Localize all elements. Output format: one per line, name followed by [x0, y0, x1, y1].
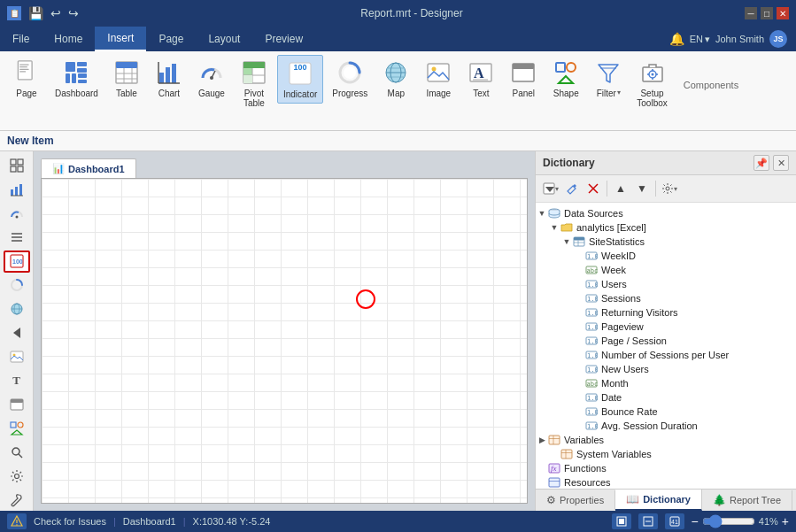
minimize-button[interactable]: ─: [745, 7, 757, 19]
tree-item[interactable]: 1.0 Sessions: [536, 291, 796, 305]
dict-down-button[interactable]: ▼: [632, 179, 652, 198]
ribbon-item-filter[interactable]: Filter ▾: [589, 55, 628, 102]
sidebar-btn-shape[interactable]: [4, 417, 30, 439]
tab-properties[interactable]: ⚙ Properties: [536, 490, 615, 510]
dict-edit-button[interactable]: [562, 179, 582, 198]
menu-file[interactable]: File: [0, 27, 42, 51]
tree-item[interactable]: ▼ analytics [Excel]: [536, 220, 796, 235]
ribbon-item-page[interactable]: Page: [7, 55, 46, 102]
tree-item[interactable]: ▶ Variables: [536, 433, 796, 447]
tree-item[interactable]: 1.0 Date: [536, 390, 796, 405]
menu-preview[interactable]: Preview: [252, 27, 315, 51]
check-issues-button[interactable]: [7, 513, 27, 529]
tree-item[interactable]: 1.0 Returning Visitors: [536, 305, 796, 320]
sidebar-btn-grid[interactable]: [4, 155, 30, 177]
sidebar-btn-search[interactable]: [4, 441, 30, 463]
save-btn[interactable]: 💾: [28, 6, 43, 20]
tree-item[interactable]: abc Month: [536, 376, 796, 390]
statusbar-btn1[interactable]: [612, 513, 631, 529]
tree-item[interactable]: 1.0 Number of Sessions per User: [536, 348, 796, 362]
ribbon-item-table[interactable]: Table: [107, 55, 146, 102]
svg-text:abc: abc: [587, 381, 599, 388]
svg-rect-57: [18, 166, 23, 172]
sidebar-btn-wrench[interactable]: [4, 489, 30, 511]
zoom-slider[interactable]: [702, 514, 755, 528]
lang-selector[interactable]: EN ▾: [690, 34, 710, 45]
ribbon-item-indicator[interactable]: 100 Indicator: [277, 55, 323, 104]
table-label: Table: [116, 89, 137, 98]
panel-pin-button[interactable]: 📌: [753, 155, 769, 171]
ribbon-item-progress[interactable]: Progress: [327, 55, 373, 102]
menu-page[interactable]: Page: [146, 27, 196, 51]
dictionary-tab-label: Dictionary: [643, 494, 691, 505]
ribbon-item-chart[interactable]: Chart: [150, 55, 189, 102]
restore-button[interactable]: □: [761, 7, 773, 19]
tree-item[interactable]: ▼ SiteStatistics: [536, 235, 796, 249]
sidebar-btn-chart[interactable]: [4, 179, 30, 201]
sidebar-btn-gauge[interactable]: [4, 203, 30, 225]
tab-dashboard1[interactable]: 📊 Dashboard1: [41, 158, 136, 178]
tree-item[interactable]: System Variables: [536, 447, 796, 461]
sidebar-btn-text[interactable]: T: [4, 369, 30, 391]
menu-insert[interactable]: Insert: [95, 27, 146, 51]
panel-close-button[interactable]: ✕: [773, 155, 789, 171]
window-title: Report.mrt - Designer: [79, 7, 745, 19]
sidebar-btn-image[interactable]: [4, 346, 30, 368]
svg-text:fx: fx: [551, 464, 557, 473]
svg-text:41: 41: [671, 519, 678, 525]
sidebar-btn-indicator[interactable]: 100: [4, 251, 30, 273]
ribbon-item-map[interactable]: Map: [376, 55, 415, 102]
dict-delete-button[interactable]: [583, 179, 603, 198]
filter-dropdown-icon[interactable]: ▾: [617, 89, 621, 96]
sidebar-btn-list[interactable]: [4, 227, 30, 249]
redo-btn[interactable]: ↪: [68, 6, 79, 20]
tab-icon: 📊: [52, 163, 65, 174]
canvas-wrapper[interactable]: [41, 178, 528, 504]
bell-icon[interactable]: 🔔: [669, 32, 684, 46]
dict-add-button[interactable]: ▾: [541, 179, 560, 198]
tree-item[interactable]: 1.0 Pageview: [536, 320, 796, 334]
indicator-label: Indicator: [283, 89, 317, 99]
statusbar-btn3[interactable]: 41: [665, 513, 684, 529]
menu-home[interactable]: Home: [42, 27, 95, 51]
zoom-plus-button[interactable]: +: [782, 514, 789, 528]
close-button[interactable]: ✕: [777, 7, 789, 19]
tree-item[interactable]: 1.0 Page / Session: [536, 334, 796, 348]
tree-item[interactable]: 1.0 Users: [536, 277, 796, 291]
sidebar-btn-progress[interactable]: [4, 274, 30, 297]
ribbon-item-setup-toolbox[interactable]: Setup Toolbox: [631, 55, 672, 112]
ribbon-item-shape[interactable]: Shape: [546, 55, 585, 102]
tree-item[interactable]: 1.0 Bounce Rate: [536, 405, 796, 419]
dict-settings-button[interactable]: ▾: [660, 179, 679, 198]
statusbar-btn2[interactable]: [638, 513, 658, 529]
sidebar-btn-panel[interactable]: [4, 393, 30, 415]
sidebar-btn-arrow[interactable]: [4, 322, 30, 344]
tree-item[interactable]: 1.0 New Users: [536, 362, 796, 376]
dict-tree[interactable]: ▼ Data Sources ▼ analytics [Excel] ▼ Sit…: [536, 203, 796, 489]
sidebar-btn-map[interactable]: [4, 298, 30, 320]
ribbon-item-image[interactable]: Image: [419, 55, 458, 102]
tree-item[interactable]: ▼ Data Sources: [536, 206, 796, 220]
ribbon-item-gauge[interactable]: Gauge: [192, 55, 231, 102]
sidebar-btn-settings[interactable]: [4, 465, 30, 487]
username: John Smith: [715, 34, 764, 44]
ribbon-item-pivot[interactable]: Pivot Table: [235, 55, 274, 112]
zoom-minus-button[interactable]: −: [692, 514, 699, 528]
tree-item[interactable]: 1.0 Avg. Session Duration: [536, 419, 796, 433]
user-avatar[interactable]: JS: [769, 30, 787, 48]
menu-layout[interactable]: Layout: [196, 27, 252, 51]
tree-item[interactable]: 1.0 WeekID: [536, 249, 796, 263]
tree-item[interactable]: Resources: [536, 475, 796, 489]
ribbon: Page Dashboard: [0, 51, 796, 131]
ribbon-item-text[interactable]: A Text: [461, 55, 500, 102]
undo-btn[interactable]: ↩: [50, 6, 61, 20]
pivot-label: Pivot Table: [243, 89, 265, 108]
tree-item[interactable]: fx Functions: [536, 461, 796, 475]
ribbon-item-dashboard[interactable]: Dashboard: [50, 55, 104, 102]
dict-up-button[interactable]: ▲: [611, 179, 630, 198]
ribbon-item-panel[interactable]: Panel: [504, 55, 543, 102]
tab-report-tree[interactable]: 🌲 Report Tree: [702, 490, 792, 510]
tree-item[interactable]: abc Week: [536, 263, 796, 277]
tab-dictionary[interactable]: 📖 Dictionary: [615, 490, 702, 511]
svg-rect-8: [66, 73, 70, 83]
